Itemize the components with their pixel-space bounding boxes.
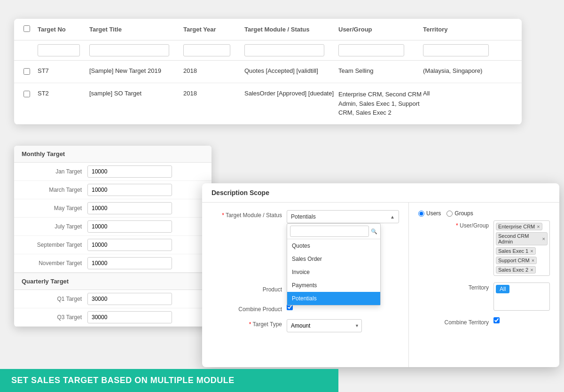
tag-remove-sales-exec-1[interactable]: × bbox=[530, 248, 533, 254]
territory-row: Territory All bbox=[418, 282, 550, 311]
combine-product-label: Combine Product bbox=[212, 304, 287, 313]
filter-user[interactable] bbox=[338, 44, 423, 56]
q3-target-label: Q3 Target bbox=[22, 314, 87, 321]
dropdown-item-sales-order[interactable]: Sales Order bbox=[287, 252, 380, 266]
row2-module: SalesOrder [Approved] [duedate] bbox=[244, 90, 338, 97]
row1-user: Team Selling bbox=[338, 67, 423, 74]
november-target-input[interactable] bbox=[87, 257, 172, 269]
september-target-input[interactable] bbox=[87, 239, 172, 251]
q1-target-label: Q1 Target bbox=[22, 296, 87, 302]
description-scope-panel: Description Scope * Target Module / Stat… bbox=[202, 183, 559, 367]
dropdown-item-payments[interactable]: Payments bbox=[287, 279, 380, 292]
filter-year[interactable] bbox=[183, 44, 244, 56]
row1-module: Quotes [Accepted] [validtill] bbox=[244, 67, 338, 74]
september-target-label: September Target bbox=[22, 242, 87, 248]
users-radio-text: Users bbox=[426, 210, 441, 217]
tag-support-crm: Support CRM × bbox=[496, 257, 537, 264]
territory-label: Territory bbox=[418, 282, 494, 291]
may-target-label: May Target bbox=[22, 205, 87, 212]
target-module-dropdown-trigger[interactable]: Potentials ▲ bbox=[287, 210, 399, 223]
header-target-year: Target Year bbox=[183, 26, 244, 33]
row2-checkbox[interactable] bbox=[24, 91, 30, 97]
target-type-row: * Target Type Amount Count bbox=[212, 319, 399, 332]
march-target-label: March Target bbox=[22, 187, 87, 193]
q1-target-input[interactable] bbox=[87, 293, 172, 305]
users-radio-label[interactable]: Users bbox=[418, 210, 441, 217]
row2-check[interactable] bbox=[24, 90, 38, 99]
filter-title[interactable] bbox=[89, 44, 183, 56]
territory-all-tag: All bbox=[496, 285, 509, 293]
march-target-input[interactable] bbox=[87, 184, 172, 196]
row2-no: ST2 bbox=[38, 90, 89, 97]
target-type-select-wrapper: Amount Count bbox=[287, 319, 362, 332]
september-target-row: September Target bbox=[14, 236, 212, 254]
table-row: ST2 [sample] SO Target 2018 SalesOrder [… bbox=[14, 83, 522, 125]
header-target-title: Target Title bbox=[89, 26, 183, 33]
target-module-row: * Target Module / Status Potentials ▲ 🔍 … bbox=[212, 210, 399, 223]
july-target-input[interactable] bbox=[87, 220, 172, 233]
q1-target-row: Q1 Target bbox=[14, 290, 212, 308]
jan-target-input[interactable] bbox=[87, 165, 172, 178]
select-all-checkbox[interactable] bbox=[24, 25, 30, 32]
november-target-label: November Target bbox=[22, 260, 87, 267]
q3-target-input[interactable] bbox=[87, 311, 172, 323]
combine-territory-checkbox[interactable] bbox=[494, 317, 500, 323]
groups-radio-label[interactable]: Groups bbox=[446, 210, 473, 217]
row1-territory: (Malaysia, Singapore) bbox=[423, 67, 508, 74]
dropdown-item-quotes[interactable]: Quotes bbox=[287, 239, 380, 252]
tag-label: Second CRM Admin bbox=[498, 233, 540, 244]
dropdown-search-row: 🔍 bbox=[287, 224, 380, 239]
quarterly-section: Quarterly Target Q1 Target Q3 Target bbox=[14, 273, 212, 327]
target-type-select[interactable]: Amount Count bbox=[287, 319, 362, 332]
filter-module-input[interactable] bbox=[244, 44, 324, 56]
tag-label: Enterprise CRM bbox=[498, 224, 535, 229]
header-user-group: User/Group bbox=[338, 26, 423, 33]
table-row: ST7 [Sample] New Target 2019 2018 Quotes… bbox=[14, 61, 522, 83]
row1-check[interactable] bbox=[24, 67, 38, 76]
target-module-dropdown-menu: 🔍 Quotes Sales Order Invoice Payments Po… bbox=[287, 223, 381, 306]
banner-text: SET SALES TARGET BASED ON MULTIPLE MODUL… bbox=[11, 376, 235, 385]
tag-label: Sales Exec 2 bbox=[498, 267, 528, 273]
panel-left: * Target Module / Status Potentials ▲ 🔍 … bbox=[202, 203, 409, 367]
filter-title-input[interactable] bbox=[89, 44, 169, 56]
tag-remove-support-crm[interactable]: × bbox=[532, 258, 534, 263]
july-target-label: July Target bbox=[22, 223, 87, 230]
combine-territory-label: Combine Territory bbox=[418, 317, 494, 326]
filter-territory[interactable] bbox=[423, 44, 508, 56]
filter-user-input[interactable] bbox=[338, 44, 404, 56]
table-header: Target No Target Title Target Year Targe… bbox=[14, 19, 522, 40]
may-target-row: May Target bbox=[14, 199, 212, 218]
q3-target-row: Q3 Target bbox=[14, 308, 212, 327]
header-target-no: Target No bbox=[38, 26, 89, 33]
target-module-dropdown-container: Potentials ▲ 🔍 Quotes Sales Order Invoic… bbox=[287, 210, 399, 223]
filter-year-input[interactable] bbox=[183, 44, 230, 56]
tag-remove-second-crm-admin[interactable]: × bbox=[542, 236, 545, 242]
row1-checkbox[interactable] bbox=[24, 68, 30, 75]
dropdown-item-invoice[interactable]: Invoice bbox=[287, 266, 380, 279]
territory-container: All bbox=[494, 282, 550, 311]
filter-row bbox=[14, 40, 522, 61]
tag-remove-enterprise-crm[interactable]: × bbox=[537, 224, 540, 229]
list-panel: Target No Target Title Target Year Targe… bbox=[14, 19, 522, 125]
groups-radio-text: Groups bbox=[454, 210, 473, 217]
filter-module[interactable] bbox=[244, 44, 338, 56]
user-group-tags: Enterprise CRM × Second CRM Admin × Sale… bbox=[494, 220, 550, 276]
row2-title: [sample] SO Target bbox=[89, 90, 183, 97]
combine-territory-row: Combine Territory bbox=[418, 317, 550, 326]
tag-label: Sales Exec 1 bbox=[498, 248, 528, 254]
jan-target-row: Jan Target bbox=[14, 163, 212, 181]
dropdown-item-potentials[interactable]: Potentials bbox=[287, 292, 380, 305]
quarterly-header: Quarterly Target bbox=[14, 273, 212, 290]
november-target-row: November Target bbox=[14, 254, 212, 273]
users-radio[interactable] bbox=[418, 211, 424, 217]
filter-no[interactable] bbox=[38, 44, 89, 56]
tag-remove-sales-exec-2[interactable]: × bbox=[530, 267, 533, 273]
filter-no-input[interactable] bbox=[38, 44, 80, 56]
may-target-input[interactable] bbox=[87, 202, 172, 214]
tag-enterprise-crm: Enterprise CRM × bbox=[496, 223, 542, 230]
dropdown-search-input[interactable] bbox=[290, 226, 369, 237]
filter-territory-input[interactable] bbox=[423, 44, 489, 56]
row2-territory: All bbox=[423, 90, 508, 97]
groups-radio[interactable] bbox=[446, 211, 453, 217]
panel-right: Users Groups * User/Group Enterprise CRM… bbox=[409, 203, 559, 367]
